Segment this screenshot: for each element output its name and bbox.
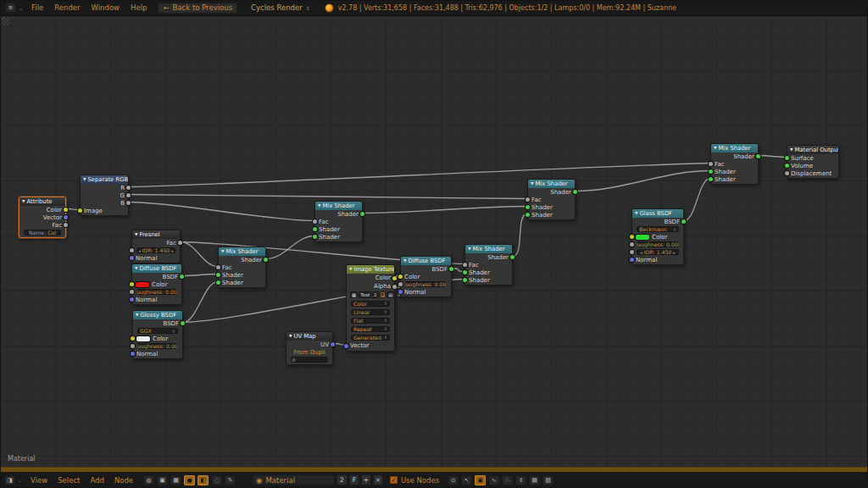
dropdown-color[interactable]: Color⇕ — [351, 301, 390, 307]
add-material-button[interactable]: + — [361, 474, 371, 485]
seprgb-r-socket[interactable] — [126, 186, 131, 190]
diffuse1-bsdf-socket[interactable] — [180, 274, 184, 279]
dropdown-ggx[interactable]: GGX⇕ — [137, 328, 178, 334]
collapse-icon[interactable]: ▼ — [468, 245, 470, 253]
back-to-previous-button[interactable]: ← Back to Previous — [158, 3, 237, 14]
snap-mode-icon[interactable]: ⇕ — [515, 475, 526, 485]
menu-file[interactable]: File — [31, 3, 43, 12]
imagetex-color-socket[interactable] — [392, 276, 397, 280]
node-link[interactable] — [576, 171, 710, 191]
mixE-shader-socket[interactable] — [756, 154, 760, 158]
glass-ior-socket[interactable] — [630, 250, 634, 254]
slider-roughness[interactable]: ◂Roughness: 0.000▸ — [405, 281, 447, 287]
mixA-shader-socket[interactable] — [264, 258, 268, 262]
collapse-icon[interactable]: ▼ — [403, 257, 406, 265]
diffuse2-roughness-socket[interactable] — [398, 282, 403, 286]
node-header[interactable]: ▼Diffuse BSDF — [401, 257, 451, 265]
menu-node[interactable]: Node — [114, 476, 133, 485]
node-link[interactable] — [513, 214, 527, 257]
collapse-icon[interactable]: ▼ — [83, 175, 86, 184]
fake-user-button[interactable]: F — [349, 474, 359, 485]
node-link[interactable] — [183, 282, 218, 323]
menu-render[interactable]: Render — [54, 3, 80, 12]
node-diffuse2[interactable]: ▼Diffuse BSDFBSDFColor◂Roughness: 0.000▸… — [400, 256, 452, 297]
unlink-material-button[interactable]: × — [373, 474, 383, 485]
use-nodes-checkbox[interactable]: ✓ — [390, 476, 398, 484]
node-mixB[interactable]: ▼Mix ShaderShaderFacShaderShader — [314, 201, 363, 242]
material-users-count[interactable]: 2 — [337, 474, 348, 485]
collapse-icon[interactable]: ▼ — [135, 230, 137, 239]
mixE-shader-socket[interactable] — [709, 177, 713, 181]
mixE-fac-socket[interactable] — [709, 162, 713, 166]
color-swatch[interactable] — [136, 282, 149, 287]
mixB-shader-socket[interactable] — [313, 227, 317, 231]
node-header[interactable]: ▼Diffuse BSDF — [132, 264, 181, 273]
node-mixD[interactable]: ▼Mix ShaderShaderFacShaderShader — [527, 179, 576, 220]
uv-map-field[interactable]: ⊘ — [291, 357, 328, 363]
mixC-shader-socket[interactable] — [510, 255, 515, 259]
diffuse1-color-socket[interactable] — [130, 282, 134, 286]
object-shader-icon[interactable]: ◧ — [198, 475, 209, 485]
mixB-shader-socket[interactable] — [313, 235, 317, 239]
dropdown-repeat[interactable]: Repeat⇕ — [351, 326, 390, 332]
node-glass[interactable]: ▼Glass BSDFBSDFBeckmann⇕Color◂Roughness:… — [632, 208, 684, 265]
collapse-icon[interactable]: ▼ — [221, 247, 224, 256]
seprgb-g-socket[interactable] — [126, 193, 131, 197]
collapse-icon[interactable]: ▼ — [714, 144, 716, 152]
diffuse1-normal-socket[interactable] — [130, 297, 134, 302]
texture-tree-icon[interactable]: ▦ — [170, 475, 181, 485]
shader-tree-icon[interactable]: ◍ — [143, 475, 154, 485]
node-header[interactable]: ▼Mix Shader — [315, 202, 362, 210]
mixB-shader-socket[interactable] — [360, 212, 364, 216]
glass-normal-socket[interactable] — [630, 258, 634, 262]
attribute-vector-socket[interactable] — [64, 215, 68, 219]
material-ball-icon[interactable]: ● — [184, 475, 195, 485]
glass-roughness-socket[interactable] — [630, 242, 634, 247]
glass-color-socket[interactable] — [630, 235, 634, 239]
dropdown-beckmann[interactable]: Beckmann⇕ — [637, 226, 679, 232]
node-header[interactable]: ▼Attribute — [19, 197, 65, 206]
menu-add[interactable]: Add — [90, 476, 103, 485]
color-swatch[interactable] — [636, 235, 649, 240]
glossy-normal-socket[interactable] — [131, 352, 135, 356]
diffuse2-normal-socket[interactable] — [398, 290, 403, 294]
slider-roughness[interactable]: ◂Roughness: 0.000▸ — [137, 343, 178, 349]
color-swatch[interactable] — [136, 336, 150, 341]
collapse-icon[interactable]: ▼ — [318, 202, 320, 210]
node-attribute[interactable]: ▼AttributeColorVectorFacName:Col — [19, 197, 66, 238]
seprgb-b-socket[interactable] — [126, 201, 131, 205]
image-users-count[interactable]: 2 — [372, 291, 379, 298]
mixA-shader-socket[interactable] — [216, 273, 220, 277]
dropdown-linear[interactable]: Linear⇕ — [351, 309, 390, 315]
node-diffuse1[interactable]: ▼Diffuse BSDFBSDFColor◂Roughness: 0.000▸… — [131, 263, 182, 305]
linestyle-icon[interactable]: ✎ — [225, 475, 236, 485]
attribute-color-socket[interactable] — [64, 208, 68, 212]
fresnel-normal-socket[interactable] — [130, 256, 134, 260]
node-header[interactable]: ▼Mix Shader — [711, 144, 758, 152]
node-header[interactable]: ▼Glossy BSDF — [133, 311, 182, 319]
mixC-shader-socket[interactable] — [463, 278, 467, 282]
dropdown-flat[interactable]: Flat⇕ — [351, 318, 390, 324]
collapse-icon[interactable]: ▼ — [349, 265, 352, 274]
editor-type-icon[interactable]: ◨ — [4, 475, 15, 485]
node-header[interactable]: ▼Image Texture — [347, 265, 394, 274]
node-mixE[interactable]: ▼Mix ShaderShaderFacShaderShader — [710, 143, 759, 185]
image-icon[interactable]: ▦ — [350, 291, 358, 298]
curve-overlay-icon[interactable]: ∿ — [488, 475, 499, 485]
mixD-shader-socket[interactable] — [526, 213, 530, 217]
output-surface-socket[interactable] — [785, 156, 789, 160]
node-header[interactable]: ▼Mix Shader — [465, 245, 512, 253]
diffuse1-roughness-socket[interactable] — [130, 290, 134, 294]
image-name[interactable]: Test — [359, 291, 371, 298]
node-header[interactable]: ▼Mix Shader — [528, 180, 575, 188]
slider-right-arrow-icon[interactable]: ▸ — [170, 248, 175, 253]
output-displacement-socket[interactable] — [785, 171, 789, 175]
glass-bsdf-socket[interactable] — [682, 219, 686, 224]
seprgb-image-socket[interactable] — [78, 208, 82, 213]
mixC-fac-socket[interactable] — [463, 263, 467, 267]
output-volume-socket[interactable] — [785, 164, 789, 168]
menu-select[interactable]: Select — [58, 476, 80, 485]
menu-help[interactable]: Help — [131, 3, 147, 12]
node-fresnel[interactable]: ▼FresnelFac◂IOR: 1.450▸Normal — [131, 230, 181, 263]
node-mixA[interactable]: ▼Mix ShaderShaderFacShaderShader — [218, 247, 266, 288]
